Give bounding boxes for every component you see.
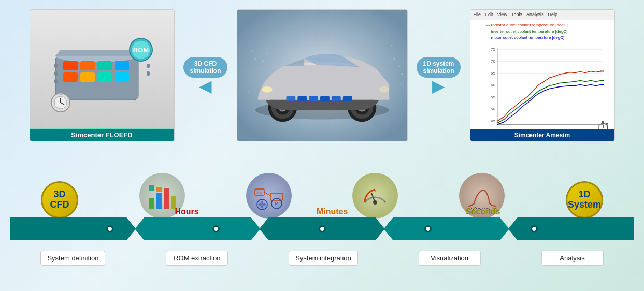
svg-point-40 — [262, 86, 272, 92]
time-label-hours: Hours — [171, 206, 202, 217]
svg-rect-13 — [54, 79, 58, 83]
timeline-row — [10, 217, 634, 240]
svg-point-46 — [270, 45, 271, 46]
svg-rect-15 — [147, 71, 150, 76]
svg-line-86 — [264, 192, 270, 196]
svg-rect-8 — [80, 72, 95, 82]
timeline-segment-1 — [10, 217, 136, 240]
svg-rect-5 — [97, 61, 112, 70]
legend-blue: — motor outlet coolant temperature [degC… — [486, 35, 612, 41]
svg-text:P.I.D.: P.I.D. — [255, 191, 263, 194]
svg-point-42 — [262, 60, 264, 62]
svg-point-45 — [254, 57, 256, 60]
svg-rect-80 — [164, 188, 169, 209]
time-label-seconds: Seconds — [463, 206, 504, 217]
device-illustration: ROM — [45, 35, 159, 115]
arrow-right-icon: ▶ — [432, 80, 445, 93]
step-label-1: System definition — [40, 251, 105, 266]
svg-marker-2 — [55, 50, 138, 56]
svg-rect-87 — [270, 193, 283, 200]
menu-analysis[interactable]: Analysis — [526, 12, 544, 17]
car-illustration — [237, 9, 407, 141]
svg-rect-38 — [331, 96, 340, 101]
arrow-left: 3D CFD simulation ◀ — [175, 57, 237, 93]
svg-rect-14 — [147, 64, 150, 68]
arrow-left-label: 3D CFD simulation — [183, 57, 227, 78]
svg-text:70: 70 — [491, 59, 495, 63]
time-label-minutes: Minutes — [313, 206, 351, 217]
svg-rect-34 — [286, 96, 295, 101]
labels-row: System definition ROM extraction System … — [10, 251, 634, 266]
svg-rect-3 — [63, 61, 78, 70]
amesim-card: File Edit View Tools Analysis Help — rad… — [470, 9, 615, 141]
floefd-card: ROM Simcenter FLOEFD — [30, 9, 175, 141]
svg-point-47 — [252, 50, 253, 51]
menu-view[interactable]: View — [497, 12, 507, 17]
svg-text:60: 60 — [491, 82, 495, 87]
svg-rect-6 — [115, 61, 129, 70]
amesim-toolbar: File Edit View Tools Analysis Help — [470, 10, 614, 20]
top-section: ROM Simcenter FLOEFD 3D CFD simulation ◀ — [0, 0, 644, 150]
svg-rect-37 — [320, 96, 330, 101]
svg-point-50 — [395, 50, 396, 51]
floefd-label: Simcenter FLOEFD — [30, 129, 174, 141]
svg-point-58 — [403, 91, 404, 92]
svg-rect-9 — [97, 72, 112, 82]
legend-green: — inverter outlet coolant temperature [d… — [486, 28, 612, 35]
svg-point-41 — [379, 86, 389, 92]
arrow-right: 1D system simulation ▶ — [408, 57, 470, 93]
menu-tools[interactable]: Tools — [511, 12, 522, 17]
chart-legend: — radiator outlet coolant temperature [d… — [486, 22, 612, 41]
svg-text:45: 45 — [491, 118, 495, 123]
svg-point-56 — [400, 83, 402, 85]
timeline-segment-4 — [384, 217, 509, 240]
svg-rect-12 — [54, 71, 58, 76]
svg-rect-39 — [342, 96, 352, 101]
svg-rect-11 — [54, 64, 58, 68]
svg-text:65: 65 — [491, 70, 495, 75]
step-label-2: ROM extraction — [166, 251, 228, 266]
svg-text:75: 75 — [491, 47, 495, 51]
menu-file[interactable]: File — [474, 12, 481, 17]
svg-point-49 — [398, 65, 400, 67]
amesim-chart-area: — radiator outlet coolant temperature [d… — [470, 20, 614, 141]
bottom-section: 3D CFD — [0, 150, 644, 291]
svg-point-52 — [391, 45, 392, 46]
timeline-segment-5 — [508, 217, 634, 240]
amesim-label: Simcenter Amesim — [470, 129, 614, 141]
svg-rect-7 — [63, 72, 78, 82]
svg-point-48 — [393, 57, 395, 60]
menu-help[interactable]: Help — [548, 12, 557, 17]
car-card — [237, 9, 408, 141]
arrow-left-icon: ◀ — [199, 80, 212, 93]
timeline-segment-2 — [135, 217, 260, 240]
timeline-segment-3 — [259, 217, 384, 240]
svg-rect-35 — [297, 96, 307, 101]
svg-rect-23 — [59, 93, 63, 95]
svg-rect-82 — [149, 185, 154, 191]
svg-point-54 — [247, 76, 248, 77]
svg-rect-10 — [115, 72, 129, 82]
svg-rect-4 — [80, 61, 95, 70]
svg-text:ROM: ROM — [133, 46, 148, 54]
svg-rect-83 — [156, 187, 162, 192]
time-labels-row: Hours Minutes Seconds — [10, 206, 634, 217]
step-label-3: System integration — [289, 251, 358, 266]
svg-point-53 — [249, 83, 251, 85]
menu-edit[interactable]: Edit — [485, 12, 493, 17]
step-label-5: Analysis — [541, 251, 604, 266]
step-label-4: Visualization — [419, 251, 481, 266]
svg-rect-36 — [309, 96, 318, 101]
svg-point-57 — [404, 76, 405, 77]
svg-point-51 — [401, 73, 403, 75]
svg-point-44 — [260, 68, 261, 69]
arrow-right-label: 1D system simulation — [417, 57, 460, 78]
legend-red: — radiator outlet coolant temperature [d… — [486, 22, 612, 28]
svg-text:55: 55 — [491, 94, 495, 99]
svg-text:M: M — [275, 201, 278, 206]
svg-text:50: 50 — [491, 106, 495, 111]
chart-svg: 75 70 65 60 55 50 45 — [486, 43, 605, 131]
svg-point-55 — [247, 91, 249, 93]
svg-point-43 — [266, 52, 268, 54]
